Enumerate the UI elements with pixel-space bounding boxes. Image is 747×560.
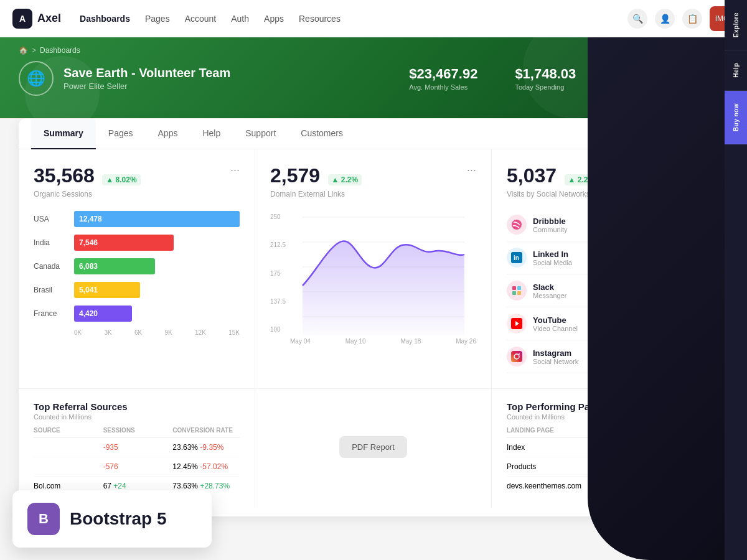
bar-canada: 6,083 bbox=[74, 258, 155, 274]
domain-links-value: 2,579 bbox=[270, 164, 320, 187]
axis-3k: 3K bbox=[105, 329, 112, 336]
referral-row-1: -935 23.63% -9.35% bbox=[34, 438, 240, 457]
pdf-report-btn[interactable]: PDF Report bbox=[339, 436, 407, 458]
logo[interactable]: A Axel bbox=[12, 9, 61, 29]
y-250: 250 bbox=[270, 213, 286, 220]
sidebar-buy-btn[interactable]: Buy now bbox=[725, 91, 747, 144]
nav-pages[interactable]: Pages bbox=[145, 14, 170, 24]
svg-rect-10 bbox=[512, 291, 516, 295]
country-usa: USA bbox=[34, 215, 68, 223]
organic-sessions-change: ▲ 8.02% bbox=[102, 174, 140, 185]
ref-source-2 bbox=[34, 462, 101, 471]
nav-resources[interactable]: Resources bbox=[299, 14, 341, 24]
organic-sessions-label: Organic Sessions bbox=[34, 190, 141, 198]
tab-pages[interactable]: Pages bbox=[96, 118, 146, 149]
bar-row-usa: USA 12,478 bbox=[34, 211, 240, 227]
axis-6k: 6K bbox=[134, 329, 142, 336]
ref-sessions-2: -576 bbox=[103, 462, 171, 471]
bar-value-usa: 12,478 bbox=[79, 215, 102, 223]
col-sessions: SESSIONS bbox=[103, 427, 171, 434]
svg-point-5 bbox=[512, 220, 522, 230]
sidebar-help-btn[interactable]: Help bbox=[725, 50, 747, 91]
bootstrap-letter: B bbox=[39, 511, 49, 527]
svg-rect-8 bbox=[512, 286, 516, 290]
col-conversion: CONVERSION RATE bbox=[172, 427, 240, 434]
referral-title: Top Referral Sources bbox=[34, 401, 128, 412]
tab-help[interactable]: Help bbox=[190, 118, 233, 149]
nav-dashboards[interactable]: Dashboards bbox=[80, 14, 130, 24]
country-france: France bbox=[34, 309, 68, 318]
explore-label: Explore bbox=[733, 12, 740, 37]
search-icon[interactable]: 🔍 bbox=[627, 9, 647, 29]
y-175: 175 bbox=[270, 270, 286, 277]
sidebar-explore-btn[interactable]: Explore bbox=[725, 0, 747, 50]
top-navigation: A Axel Dashboards Pages Account Auth App… bbox=[0, 0, 747, 37]
ref-conv-1: 23.63% -9.35% bbox=[172, 443, 240, 452]
ref-sessions-3: 67 +24 bbox=[103, 482, 171, 490]
ref-conv-3: 73.63% +28.73% bbox=[172, 482, 240, 490]
organic-sessions-section: 35,568 ▲ 8.02% Organic Sessions ··· USA … bbox=[19, 149, 255, 388]
nav-auth[interactable]: Auth bbox=[231, 14, 249, 24]
line-chart-x-labels: May 04 May 10 May 18 May 26 bbox=[270, 338, 476, 345]
domain-links-change: ▲ 2.2% bbox=[328, 174, 362, 185]
bar-row-brasil: Brasil 5,041 bbox=[34, 282, 240, 298]
bootstrap-card: B Bootstrap 5 bbox=[12, 490, 212, 548]
line-chart-area: 250 212.5 175 137.5 100 bbox=[270, 211, 476, 345]
organic-sessions-more[interactable]: ··· bbox=[230, 164, 240, 175]
stat-value-0: $23,467.92 bbox=[409, 66, 477, 82]
domain-links-more[interactable]: ··· bbox=[467, 164, 476, 175]
country-brasil: Brasil bbox=[34, 286, 68, 294]
axis-9k: 9K bbox=[165, 329, 172, 336]
x-may04: May 04 bbox=[290, 338, 311, 345]
tab-support[interactable]: Support bbox=[233, 118, 288, 149]
line-chart-svg bbox=[291, 211, 476, 335]
ref-source-1 bbox=[34, 443, 101, 452]
messages-icon[interactable]: 📋 bbox=[682, 9, 702, 29]
domain-links-section: 2,579 ▲ 2.2% Domain External Links ··· 2… bbox=[255, 149, 492, 388]
axis-15k: 15K bbox=[228, 329, 240, 336]
home-icon[interactable]: 🏠 bbox=[19, 46, 28, 55]
referral-subtitle: Counted in Millions bbox=[34, 413, 128, 421]
country-india: India bbox=[34, 238, 68, 247]
y-2125: 212.5 bbox=[270, 241, 286, 248]
stat-label-0: Avg. Monthly Sales bbox=[409, 83, 477, 91]
breadcrumb-current: Dashboards bbox=[40, 46, 80, 55]
bar-usa: 12,478 bbox=[74, 211, 240, 227]
tab-customers[interactable]: Customers bbox=[288, 118, 355, 149]
ref-sessions-1: -935 bbox=[103, 443, 171, 452]
bar-container-usa: 12,478 bbox=[74, 211, 240, 227]
right-sidebar: Explore Help Buy now bbox=[725, 0, 747, 560]
breadcrumb-sep: > bbox=[32, 46, 36, 55]
svg-rect-9 bbox=[517, 286, 521, 290]
pdf-report-label: PDF Report bbox=[352, 442, 395, 452]
bar-value-india: 7,546 bbox=[79, 238, 98, 247]
slack-icon bbox=[507, 281, 527, 301]
bar-row-canada: Canada 6,083 bbox=[34, 258, 240, 274]
social-networks-value: 5,037 bbox=[507, 164, 557, 187]
x-may18: May 18 bbox=[400, 338, 421, 345]
bar-axis: 0K 3K 6K 9K 12K 15K bbox=[34, 329, 240, 336]
bar-france: 4,420 bbox=[74, 306, 132, 322]
bar-india: 7,546 bbox=[74, 235, 174, 251]
dribbble-icon bbox=[507, 215, 527, 235]
instagram-icon bbox=[507, 347, 527, 366]
stat-monthly-sales: $23,467.92 Avg. Monthly Sales bbox=[409, 66, 477, 91]
bar-value-canada: 6,083 bbox=[79, 262, 98, 271]
bootstrap-icon: B bbox=[27, 503, 60, 535]
logo-letter: A bbox=[19, 14, 26, 24]
nav-apps[interactable]: Apps bbox=[264, 14, 284, 24]
notifications-icon[interactable]: 👤 bbox=[655, 9, 675, 29]
tab-apps[interactable]: Apps bbox=[146, 118, 190, 149]
referral-row-2: -576 12.45% -57.02% bbox=[34, 457, 240, 477]
y-1375: 137.5 bbox=[270, 298, 286, 305]
nav-account[interactable]: Account bbox=[185, 14, 217, 24]
buy-label: Buy now bbox=[733, 103, 740, 131]
bootstrap-text: Bootstrap 5 bbox=[70, 509, 167, 529]
bar-row-india: India 7,546 bbox=[34, 235, 240, 251]
youtube-icon bbox=[507, 314, 527, 334]
tab-summary[interactable]: Summary bbox=[31, 118, 96, 149]
nav-links: Dashboards Pages Account Auth Apps Resou… bbox=[80, 14, 627, 24]
linkedin-icon: in bbox=[507, 248, 527, 268]
col-source: SOURCE bbox=[34, 427, 101, 434]
dark-overlay bbox=[588, 0, 725, 560]
